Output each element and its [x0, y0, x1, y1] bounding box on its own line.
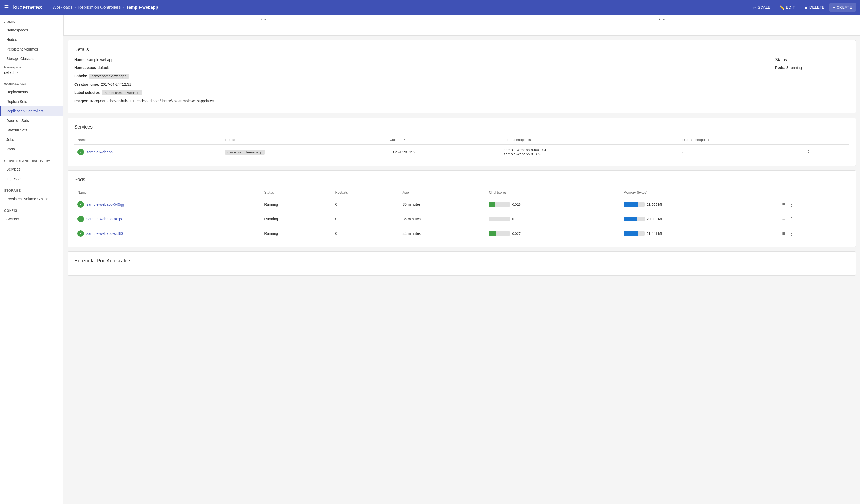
breadcrumb-workloads[interactable]: Workloads	[53, 5, 72, 10]
breadcrumb-replication-controllers[interactable]: Replication Controllers	[78, 5, 120, 10]
sidebar-item-replica-sets[interactable]: Replica Sets	[0, 97, 63, 106]
pod-restarts: 0	[332, 197, 399, 212]
service-name-link[interactable]: sample-webapp	[86, 150, 113, 154]
mem-value: 20.852 Mi	[647, 217, 662, 221]
cpu-bar-fill	[489, 217, 489, 221]
namespace-value: default	[4, 70, 15, 75]
sidebar-item-deployments[interactable]: Deployments	[0, 87, 63, 97]
sidebar-item-pvc[interactable]: Persistent Volume Claims	[0, 194, 63, 204]
more-icon[interactable]: ⋮	[788, 215, 795, 223]
pod-cpu-cell: 0.026	[489, 202, 617, 206]
create-button[interactable]: + CREATE	[829, 3, 856, 12]
sidebar-item-replication-controllers[interactable]: Replication Controllers	[0, 106, 63, 116]
detail-labels: Labels: name: sample-webapp	[74, 73, 764, 78]
list-icon[interactable]: ≡	[781, 230, 786, 237]
status-title: Status	[775, 58, 849, 62]
admin-section-title: Admin	[0, 15, 63, 25]
services-col-internal-ep: Internal endpoints	[501, 135, 678, 145]
detail-creation: Creation time: 2017-04-24T12:31	[74, 82, 764, 86]
pods-col-actions	[778, 188, 849, 197]
service-internal-ep: sample-webapp:8000 TCP	[504, 148, 675, 152]
chevron-down-icon: ▾	[16, 71, 18, 74]
services-title: Services	[74, 124, 849, 130]
sidebar-item-persistent-volumes[interactable]: Persistent Volumes	[0, 44, 63, 54]
service-name-cell: ✓ sample-webapp	[77, 149, 218, 155]
pod-name-cell: ✓ sample-webapp-9xg81	[77, 216, 258, 222]
delete-icon: 🗑	[803, 5, 808, 10]
scale-button[interactable]: ⇔ SCALE	[749, 3, 774, 12]
sidebar-item-namespaces[interactable]: Namespaces	[0, 25, 63, 35]
details-grid: Name: sample-webapp Namespace: default L…	[74, 58, 849, 107]
status-pods: Pods: 3 running	[775, 66, 849, 70]
chart-right: Time	[462, 15, 860, 36]
pod-restarts: 0	[332, 212, 399, 226]
pod-mem-cell: 21.441 Mi	[624, 231, 775, 235]
mem-value: 21.555 Mi	[647, 203, 662, 206]
pod-status: Running	[261, 212, 332, 226]
details-title: Details	[74, 47, 849, 52]
cpu-bar-fill	[489, 231, 496, 235]
more-icon[interactable]: ⋮	[788, 200, 795, 208]
services-col-external-ep: External endpoints	[678, 135, 802, 145]
edit-icon: ✏️	[779, 5, 785, 10]
more-icon[interactable]: ⋮	[805, 148, 812, 156]
sidebar-item-nodes[interactable]: Nodes	[0, 35, 63, 44]
breadcrumb-sep2: ›	[123, 5, 124, 10]
more-icon[interactable]: ⋮	[788, 230, 795, 237]
hpa-title: Horizontal Pod Autoscalers	[74, 258, 849, 264]
list-icon[interactable]: ≡	[781, 215, 786, 223]
workloads-section-title: Workloads	[0, 77, 63, 87]
cpu-bar-bg	[489, 231, 510, 235]
sidebar-item-jobs[interactable]: Jobs	[0, 135, 63, 144]
pods-col-age: Age	[400, 188, 486, 197]
app-logo: kubernetes	[13, 4, 42, 11]
chart-right-label: Time	[657, 17, 664, 21]
sidebar-item-daemon-sets[interactable]: Daemon Sets	[0, 116, 63, 125]
namespace-select[interactable]: default ▾	[4, 70, 59, 75]
status-ok-icon: ✓	[77, 216, 84, 222]
table-row: ✓ sample-webapp name: sample-webapp 10.2…	[74, 145, 849, 160]
services-discovery-section-title: Services and discovery	[0, 154, 63, 164]
services-table: Name Labels Cluster IP Internal endpoint…	[74, 135, 849, 159]
detail-namespace: Namespace: default	[74, 66, 764, 70]
delete-button[interactable]: 🗑 DELETE	[800, 3, 828, 12]
sidebar-item-ingresses[interactable]: Ingresses	[0, 174, 63, 184]
pod-name-cell: ✓ sample-webapp-546qg	[77, 201, 258, 207]
pod-mem-cell: 21.555 Mi	[624, 202, 775, 206]
sidebar-item-services[interactable]: Services	[0, 164, 63, 174]
edit-button[interactable]: ✏️ EDIT	[775, 3, 799, 12]
cpu-bar-bg	[489, 202, 510, 206]
services-col-actions	[802, 135, 849, 145]
status-ok-icon: ✓	[77, 230, 84, 237]
breadcrumb-current: sample-webapp	[126, 5, 158, 10]
mem-bar-fill	[624, 217, 637, 221]
status-ok-icon: ✓	[77, 201, 84, 207]
pods-col-cpu: CPU (cores)	[486, 188, 620, 197]
pod-row-actions: ≡ ⋮	[781, 215, 846, 223]
sidebar-item-secrets[interactable]: Secrets	[0, 214, 63, 224]
status-ok-icon: ✓	[77, 149, 84, 155]
pod-name-link[interactable]: sample-webapp-546qg	[86, 202, 124, 206]
mem-bar-fill	[624, 202, 638, 206]
pod-name-link[interactable]: sample-webapp-s43t0	[86, 231, 123, 235]
pod-cpu-cell: 0.027	[489, 231, 617, 235]
main-content: Time Time Details Name: sample-webapp Na…	[63, 15, 860, 504]
topnav: ☰ kubernetes Workloads › Replication Con…	[0, 0, 860, 15]
cpu-bar-fill	[489, 202, 495, 206]
sidebar-item-storage-classes[interactable]: Storage Classes	[0, 54, 63, 63]
pods-col-status: Status	[261, 188, 332, 197]
pod-name-link[interactable]: sample-webapp-9xg81	[86, 217, 124, 221]
services-table-header: Name Labels Cluster IP Internal endpoint…	[74, 135, 849, 145]
list-icon[interactable]: ≡	[781, 201, 786, 208]
sidebar-item-pods[interactable]: Pods	[0, 144, 63, 154]
pods-table-header: Name Status Restarts Age CPU (cores) Mem…	[74, 188, 849, 197]
menu-icon[interactable]: ☰	[4, 4, 9, 11]
pods-col-name: Name	[74, 188, 261, 197]
breadcrumb: Workloads › Replication Controllers › sa…	[53, 5, 745, 10]
sidebar-item-stateful-sets[interactable]: Stateful Sets	[0, 125, 63, 135]
pod-status: Running	[261, 197, 332, 212]
chart-left-label: Time	[259, 17, 266, 21]
pods-card: Pods Name Status Restarts Age CPU (cores…	[68, 170, 856, 247]
services-col-name: Name	[74, 135, 221, 145]
namespace-label: Namespace	[4, 66, 59, 69]
